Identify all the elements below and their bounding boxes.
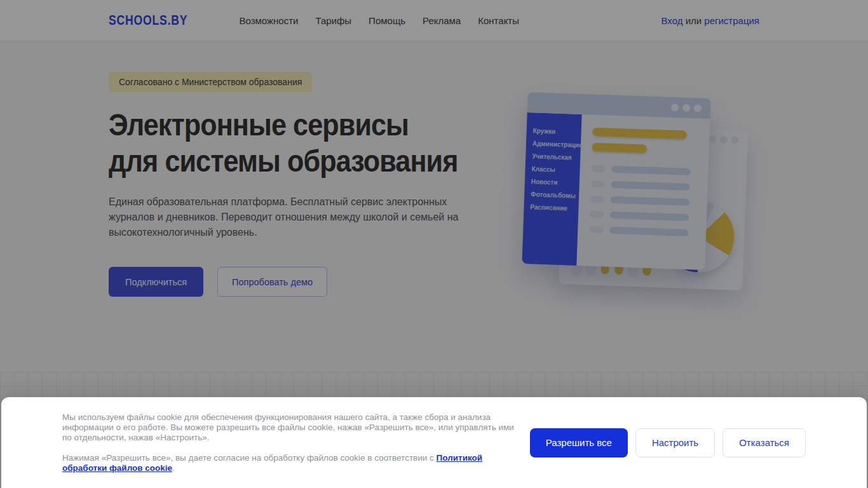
cookie-paragraph-2: Нажимая «Разрешить все», вы даете соглас… [62, 453, 521, 473]
configure-cookies-button[interactable]: Настроить [635, 428, 715, 458]
cookie-paragraph-2-suffix: . [172, 463, 175, 473]
cookie-text: Мы используем файлы cookie для обеспечен… [62, 412, 521, 473]
allow-all-cookies-button[interactable]: Разрешить все [530, 428, 628, 458]
cookie-paragraph-2-prefix: Нажимая «Разрешить все», вы даете соглас… [62, 453, 437, 463]
cookie-buttons: Разрешить все Настроить Отказаться [530, 428, 806, 458]
cookie-consent-banner: Мы используем файлы cookie для обеспечен… [1, 397, 867, 488]
page: SCHOOLS.BY Возможности Тарифы Помощь Рек… [0, 0, 868, 488]
cookie-paragraph-1: Мы используем файлы cookie для обеспечен… [62, 412, 521, 443]
decline-cookies-button[interactable]: Отказаться [722, 428, 806, 458]
